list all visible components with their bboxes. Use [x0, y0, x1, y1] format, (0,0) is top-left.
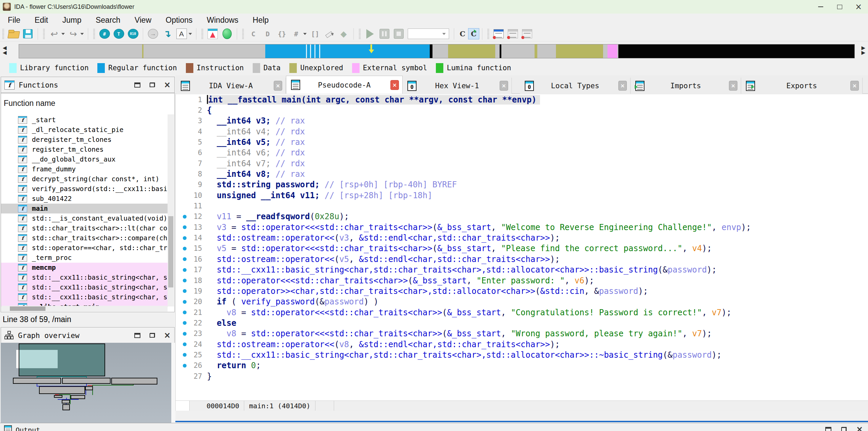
toolbar-drag-handle[interactable]	[359, 29, 361, 39]
function-row[interactable]: fdecrypt_string(char const*, int)	[1, 174, 168, 184]
function-row[interactable]: fverify_password(std::__cxx11::basi	[1, 184, 168, 194]
pause-icon[interactable]	[378, 28, 390, 40]
toolbar-drag-handle[interactable]	[201, 29, 203, 39]
text-view-icon[interactable]: T	[113, 28, 125, 40]
code-line[interactable]: 8 __int64 v8; // rax	[176, 169, 868, 179]
functions-float-icon[interactable]	[147, 80, 157, 90]
tab-pseudocode-a[interactable]: Pseudocode-A×	[286, 76, 403, 94]
function-row[interactable]: fstd::char_traits<char>::lt(char co	[1, 223, 168, 233]
function-row[interactable]: fsub_401422	[1, 194, 168, 204]
code-line[interactable]: 11	[176, 201, 868, 211]
tab-exports[interactable]: Exports×	[741, 78, 863, 94]
jump-back-dropdown[interactable]	[61, 33, 65, 37]
functions-maximize-icon[interactable]	[132, 80, 142, 90]
graph-maximize-icon[interactable]	[132, 331, 142, 340]
output-maximize-icon[interactable]	[823, 426, 833, 431]
lumina-icon[interactable]	[221, 28, 233, 40]
code-line[interactable]: 14 std::ostream::operator<<(v3, &std::en…	[176, 232, 868, 243]
save-file-icon[interactable]	[22, 28, 34, 40]
jump-forward-dropdown[interactable]	[80, 33, 84, 37]
data-definition-icon[interactable]: D	[262, 28, 274, 40]
toolbar-drag-handle[interactable]	[242, 29, 244, 39]
code-line[interactable]: 27}	[176, 371, 868, 381]
code-line[interactable]: 7 __int64 v7; // rdx	[176, 158, 868, 169]
tab-close-icon[interactable]: ×	[390, 80, 399, 90]
function-row[interactable]: fstd::__is_constant_evaluated(void)	[1, 213, 168, 223]
code-line[interactable]: 16 std::ostream::operator<<(v5, &std::en…	[176, 254, 868, 264]
nav-marker-icon[interactable]	[207, 28, 219, 40]
function-row[interactable]: fstd::char_traits<char>::compare(ch	[1, 233, 168, 243]
band-scroll-left-icon[interactable]: ◀◀	[3, 45, 7, 55]
functions-close-icon[interactable]: ×	[162, 80, 172, 90]
function-row[interactable]: fregister_tm_clones	[1, 145, 168, 154]
code-line[interactable]: 24 std::ostream::operator<<(v8, &std::en…	[176, 339, 868, 350]
navigation-band[interactable]	[19, 44, 855, 58]
tab-close-icon[interactable]: ×	[500, 81, 508, 91]
scrollbar-thumb[interactable]	[168, 216, 173, 287]
code-line[interactable]: 15 v5 = std::operator<<<std::char_traits…	[176, 243, 868, 254]
function-row[interactable]: f_start	[1, 115, 168, 125]
menu-item-search[interactable]: Search	[89, 14, 128, 26]
menu-item-file[interactable]: File	[1, 14, 27, 26]
function-row[interactable]: fframe_dummy	[1, 164, 168, 174]
problems-list-icon[interactable]	[507, 28, 519, 40]
menu-item-jump[interactable]: Jump	[55, 14, 89, 26]
menu-item-options[interactable]: Options	[158, 14, 199, 26]
code-line[interactable]: 2{	[176, 105, 868, 115]
toolbar-drag-handle[interactable]	[93, 29, 95, 39]
menu-item-windows[interactable]: Windows	[200, 14, 246, 26]
toolbar-drag-handle[interactable]	[487, 29, 489, 39]
code-line[interactable]: 4 __int64 v4; // rdx	[176, 126, 868, 137]
function-name-column-header[interactable]: Function name	[4, 99, 55, 108]
function-row[interactable]: fstd::__cxx11::basic_string<char, st	[1, 282, 168, 292]
band-scroll-right-icon[interactable]: ▶▶	[861, 45, 865, 55]
graph-overview-canvas[interactable]	[1, 343, 171, 426]
code-line[interactable]: 21 v8 = std::operator<<<std::char_traits…	[176, 307, 868, 318]
tab-imports[interactable]: Imports×	[631, 78, 741, 94]
code-line[interactable]: 3 __int64 v3; // rax	[176, 116, 868, 126]
code-line[interactable]: 20 if ( verify_password(&password) )	[176, 297, 868, 307]
function-row[interactable]: fmain	[1, 204, 168, 213]
code-line[interactable]: 17 std::__cxx11::basic_string<char,std::…	[176, 265, 868, 275]
letter-a-dropdown[interactable]	[189, 33, 192, 37]
debugger-combo[interactable]	[408, 29, 449, 39]
hash-view-icon[interactable]: #	[98, 28, 111, 40]
jump-return-icon[interactable]: ↴	[161, 28, 173, 40]
array-icon[interactable]: #	[290, 28, 302, 40]
functions-horizontal-scrollbar[interactable]	[1, 306, 168, 312]
braces-icon[interactable]: {}	[276, 28, 288, 40]
code-line[interactable]: 6 __int64 v6; // rdx	[176, 148, 868, 158]
messages-list-icon[interactable]	[521, 28, 533, 40]
open-file-icon[interactable]	[7, 28, 20, 40]
menu-item-edit[interactable]: Edit	[27, 14, 55, 26]
scrollbar-thumb[interactable]	[10, 306, 45, 311]
graph-close-icon[interactable]: ×	[162, 331, 172, 340]
code-line[interactable]: 10 unsigned __int64 v11; // [rsp+28h] [r…	[176, 190, 868, 201]
code-line[interactable]: 22 else	[176, 318, 868, 328]
function-row[interactable]: fmemcmp	[1, 263, 168, 273]
function-row[interactable]: fderegister_tm_clones	[1, 135, 168, 145]
function-row[interactable]: fstd::__cxx11::basic_string<char, st	[1, 292, 168, 302]
array-dropdown[interactable]	[303, 33, 307, 37]
code-line[interactable]: 9 std::string password; // [rsp+0h] [rbp…	[176, 180, 868, 190]
jump-arrow-icon[interactable]: →	[147, 28, 159, 40]
graph-float-icon[interactable]	[147, 331, 157, 340]
produce-c-run-icon[interactable]: C	[468, 28, 479, 39]
menu-item-view[interactable]: View	[128, 14, 158, 26]
jump-back-icon[interactable]: ↩	[48, 28, 60, 40]
jump-forward-icon[interactable]: ↪	[67, 28, 79, 40]
functions-vertical-scrollbar[interactable]	[168, 114, 174, 306]
minimize-button[interactable]	[811, 0, 830, 14]
tab-close-icon[interactable]: ×	[618, 81, 627, 91]
tab-local-types[interactable]: 0Local Types×	[520, 78, 631, 94]
edit-pencil-icon[interactable]	[323, 28, 335, 40]
output-list-icon[interactable]	[493, 28, 505, 40]
code-line[interactable]: 25 std::__cxx11::basic_string<char,std::…	[176, 350, 868, 360]
toolbar-drag-handle[interactable]	[2, 29, 4, 39]
create-struct-icon[interactable]: C	[247, 28, 259, 40]
code-line[interactable]: 5 __int64 v5; // rax	[176, 137, 868, 147]
stop-diamond-icon[interactable]: ◆	[337, 28, 350, 40]
tab-ida-view-a[interactable]: IDA View-A×	[176, 78, 286, 94]
binary-view-icon[interactable]: 010	[127, 28, 139, 40]
tab-close-icon[interactable]: ×	[850, 81, 859, 91]
